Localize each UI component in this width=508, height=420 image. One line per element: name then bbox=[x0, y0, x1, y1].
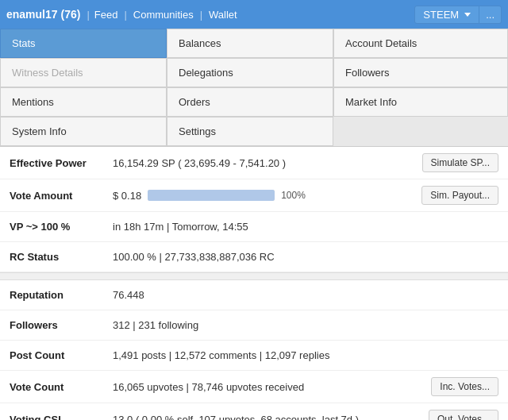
menu-witness-details: Witness Details bbox=[0, 58, 167, 87]
sim-payout-button[interactable]: Sim. Payout... bbox=[421, 186, 498, 205]
reputation-row: Reputation 76.448 bbox=[0, 280, 508, 310]
nav-communities[interactable]: Communities bbox=[129, 9, 198, 21]
vote-count-value: 16,065 upvotes | 78,746 upvotes received bbox=[113, 381, 431, 393]
nav-feed[interactable]: Feed bbox=[90, 9, 123, 21]
post-count-label: Post Count bbox=[10, 349, 113, 361]
reputation-label: Reputation bbox=[10, 289, 113, 301]
followers-row: Followers 312 | 231 following bbox=[0, 310, 508, 341]
vp-value: in 18h 17m | Tomorrow, 14:55 bbox=[113, 221, 498, 233]
vote-amount-label: Vote Amount bbox=[10, 190, 113, 202]
rc-status-value: 100.00 % | 27,733,838,887,036 RC bbox=[113, 251, 498, 263]
chevron-down-icon bbox=[464, 13, 471, 17]
rc-status-label: RC Status bbox=[10, 251, 113, 263]
voting-csi-label: Voting CSI bbox=[10, 414, 113, 421]
menu-mentions[interactable]: Mentions bbox=[0, 87, 167, 117]
vote-bar-fill bbox=[148, 190, 275, 201]
menu-system-info[interactable]: System Info bbox=[0, 117, 167, 146]
nav-links: Feed | Communities | Wallet bbox=[90, 9, 242, 21]
menu-market-info[interactable]: Market Info bbox=[333, 87, 508, 117]
more-button[interactable]: ... bbox=[479, 6, 502, 24]
simulate-sp-button[interactable]: Simulate SP... bbox=[422, 153, 498, 172]
vote-amount-row: Vote Amount $ 0.18 100% Sim. Payout... bbox=[0, 179, 508, 212]
rc-status-row: RC Status 100.00 % | 27,733,838,887,036 … bbox=[0, 242, 508, 272]
effective-power-value: 16,154.29 SP ( 23,695.49 - 7,541.20 ) bbox=[113, 157, 422, 169]
vp-label: VP ~> 100 % bbox=[10, 221, 113, 233]
menu-settings[interactable]: Settings bbox=[167, 117, 333, 146]
out-votes-action: Out. Votes... bbox=[429, 410, 498, 420]
followers-label: Followers bbox=[10, 319, 113, 331]
menu-stats[interactable]: Stats bbox=[0, 29, 167, 58]
effective-power-label: Effective Power bbox=[10, 157, 113, 169]
menu-grid: Stats Balances Account Details Witness D… bbox=[0, 29, 508, 147]
effective-power-row: Effective Power 16,154.29 SP ( 23,695.49… bbox=[0, 147, 508, 179]
menu-account-details[interactable]: Account Details bbox=[333, 29, 508, 58]
vote-percent: 100% bbox=[281, 190, 306, 201]
nav-wallet[interactable]: Wallet bbox=[204, 9, 242, 21]
top-nav: enamul17 (76) | Feed | Communities | Wal… bbox=[0, 0, 508, 29]
followers-value: 312 | 231 following bbox=[113, 319, 498, 331]
reputation-value: 76.448 bbox=[113, 289, 498, 301]
post-count-value: 1,491 posts | 12,572 comments | 12,097 r… bbox=[113, 349, 498, 361]
post-count-row: Post Count 1,491 posts | 12,572 comments… bbox=[0, 341, 508, 371]
steem-button[interactable]: STEEM bbox=[414, 6, 479, 24]
vp-row: VP ~> 100 % in 18h 17m | Tomorrow, 14:55 bbox=[0, 212, 508, 242]
voting-csi-value: 13.0 ( 0.00 % self, 107 upvotes, 68 acco… bbox=[113, 414, 429, 421]
vote-amount-value: $ 0.18 100% bbox=[113, 190, 421, 202]
menu-empty bbox=[333, 117, 508, 146]
stats-area: Effective Power 16,154.29 SP ( 23,695.49… bbox=[0, 147, 508, 420]
menu-balances[interactable]: Balances bbox=[167, 29, 333, 58]
menu-followers[interactable]: Followers bbox=[333, 58, 508, 87]
inc-votes-action: Inc. Votes... bbox=[431, 377, 498, 396]
voting-csi-row: Voting CSI 13.0 ( 0.00 % self, 107 upvot… bbox=[0, 403, 508, 420]
menu-orders[interactable]: Orders bbox=[167, 87, 333, 117]
vote-count-row: Vote Count 16,065 upvotes | 78,746 upvot… bbox=[0, 371, 508, 403]
out-votes-button[interactable]: Out. Votes... bbox=[429, 410, 498, 420]
vote-bar bbox=[148, 190, 275, 201]
sim-payout-action: Sim. Payout... bbox=[421, 186, 498, 205]
vote-dollar-amount: $ 0.18 bbox=[113, 190, 141, 202]
nav-brand[interactable]: enamul17 (76) bbox=[6, 8, 80, 21]
vote-count-label: Vote Count bbox=[10, 381, 113, 393]
section-divider bbox=[0, 272, 508, 280]
simulate-sp-action: Simulate SP... bbox=[422, 153, 498, 172]
menu-delegations[interactable]: Delegations bbox=[167, 58, 333, 87]
inc-votes-button[interactable]: Inc. Votes... bbox=[431, 377, 498, 396]
